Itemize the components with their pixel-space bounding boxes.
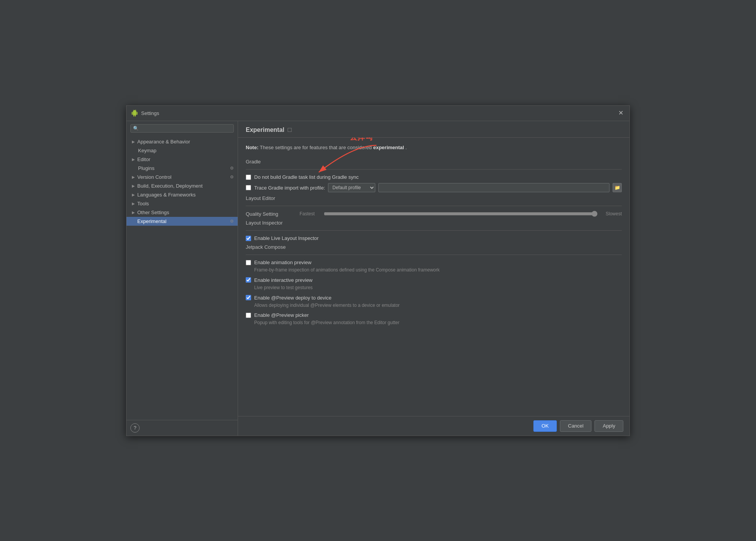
sidebar-item-label: Languages & Frameworks bbox=[137, 192, 196, 198]
search-icon: 🔍 bbox=[133, 126, 139, 131]
animation-preview-row: Enable animation preview bbox=[246, 260, 622, 265]
content-area: 🔍 ▶ Appearance & Behavior Keymap ▶ Edito… bbox=[127, 121, 629, 436]
note-bold-word: experimental bbox=[373, 145, 404, 150]
settings-icon: ⚙ bbox=[230, 166, 234, 171]
sidebar: 🔍 ▶ Appearance & Behavior Keymap ▶ Edito… bbox=[127, 121, 238, 436]
deploy-to-device-row: Enable @Preview deploy to device bbox=[246, 295, 622, 301]
jetpack-compose-section-label: Jetpack Compose bbox=[246, 244, 622, 250]
chevron-right-icon: ▶ bbox=[132, 184, 135, 188]
sidebar-item-label: Version Control bbox=[137, 174, 172, 180]
search-input[interactable] bbox=[140, 126, 231, 131]
sidebar-item-version-control[interactable]: ▶ Version Control ⚙ bbox=[127, 173, 238, 181]
page-title: Experimental bbox=[246, 127, 284, 133]
gradle-trace-checkbox[interactable] bbox=[246, 185, 251, 190]
sidebar-item-build[interactable]: ▶ Build, Execution, Deployment bbox=[127, 181, 238, 190]
animation-preview-label[interactable]: Enable animation preview bbox=[254, 260, 311, 265]
sidebar-item-label: Plugins bbox=[138, 165, 155, 171]
layout-inspector-divider bbox=[246, 230, 622, 231]
preview-picker-label[interactable]: Enable @Preview picker bbox=[254, 312, 309, 318]
chevron-right-icon: ▶ bbox=[132, 201, 135, 206]
interactive-preview-label[interactable]: Enable interactive preview bbox=[254, 277, 313, 283]
folder-browse-button[interactable]: 📁 bbox=[613, 183, 622, 192]
quality-setting-row: Quality Setting Fastest Slowest bbox=[246, 211, 622, 217]
quality-max-label: Slowest bbox=[601, 211, 622, 216]
main-header: Experimental ☐ bbox=[238, 121, 629, 138]
annotation-text: 去掉勾 bbox=[350, 138, 373, 143]
settings-dialog: Settings ✕ 🔍 ▶ Appearance & Behavior Key… bbox=[126, 105, 630, 436]
sidebar-item-keymap[interactable]: Keymap bbox=[127, 146, 238, 155]
trace-path-input[interactable] bbox=[378, 183, 609, 192]
trace-profile-dropdown[interactable]: Default profile bbox=[328, 183, 375, 192]
sidebar-item-plugins[interactable]: Plugins ⚙ bbox=[127, 164, 238, 173]
quality-label: Quality Setting bbox=[246, 211, 300, 217]
layout-editor-section-label: Layout Editor bbox=[246, 195, 622, 201]
quality-min-label: Fastest bbox=[300, 211, 321, 216]
main-body: Note: These settings are for features th… bbox=[238, 138, 629, 416]
help-button[interactable]: ? bbox=[130, 423, 140, 433]
live-layout-inspector-checkbox[interactable] bbox=[246, 236, 251, 241]
interactive-preview-row: Enable interactive preview bbox=[246, 277, 622, 283]
preview-picker-checkbox[interactable] bbox=[246, 313, 251, 318]
sidebar-item-experimental[interactable]: Experimental ⚙ bbox=[127, 217, 238, 226]
chevron-right-icon: ▶ bbox=[132, 210, 135, 215]
gradle-no-build-checkbox[interactable] bbox=[246, 175, 251, 180]
note-prefix: Note: bbox=[246, 145, 258, 150]
interactive-preview-checkbox[interactable] bbox=[246, 277, 251, 283]
gradle-checkbox1-row: Do not build Gradle task list during Gra… bbox=[246, 174, 622, 180]
sidebar-item-label: Editor bbox=[137, 156, 150, 162]
sidebar-item-label: Experimental bbox=[137, 218, 167, 224]
main-panel: Experimental ☐ Note: These settings are … bbox=[238, 121, 629, 436]
sidebar-item-label: Keymap bbox=[138, 148, 157, 153]
note-end: . bbox=[405, 145, 407, 150]
note-text-body: These settings are for features that are… bbox=[260, 145, 373, 150]
deploy-to-device-desc: Allows deploying individual @Preview ele… bbox=[254, 302, 622, 309]
info-icon: ☐ bbox=[287, 127, 292, 133]
preview-picker-desc: Popup with editing tools for @Preview an… bbox=[254, 320, 622, 326]
live-layout-inspector-row: Enable Live Layout Inspector bbox=[246, 235, 622, 241]
sidebar-item-languages[interactable]: ▶ Languages & Frameworks bbox=[127, 190, 238, 199]
chevron-right-icon: ▶ bbox=[132, 140, 135, 144]
android-icon bbox=[131, 110, 138, 117]
apply-button[interactable]: Apply bbox=[594, 420, 623, 432]
sidebar-item-label: Tools bbox=[137, 201, 149, 206]
search-box: 🔍 bbox=[130, 124, 234, 133]
sidebar-item-label: Appearance & Behavior bbox=[137, 139, 190, 145]
close-button[interactable]: ✕ bbox=[617, 109, 625, 117]
chevron-right-icon: ▶ bbox=[132, 175, 135, 179]
sidebar-item-other-settings[interactable]: ▶ Other Settings bbox=[127, 208, 238, 217]
sidebar-item-editor[interactable]: ▶ Editor bbox=[127, 155, 238, 164]
sidebar-item-appearance[interactable]: ▶ Appearance & Behavior bbox=[127, 137, 238, 146]
gradle-trace-row: Trace Gradle import with profile: Defaul… bbox=[246, 183, 622, 192]
live-layout-inspector-label[interactable]: Enable Live Layout Inspector bbox=[254, 235, 319, 241]
settings-icon: ⚙ bbox=[230, 219, 234, 224]
dialog-title: Settings bbox=[141, 110, 617, 116]
gradle-no-build-label[interactable]: Do not build Gradle task list during Gra… bbox=[254, 174, 359, 180]
sidebar-bottom: ? bbox=[127, 420, 238, 436]
animation-preview-checkbox[interactable] bbox=[246, 260, 251, 265]
gradle-divider bbox=[246, 169, 622, 170]
chevron-right-icon: ▶ bbox=[132, 193, 135, 197]
footer: OK Cancel Apply bbox=[238, 416, 629, 436]
gradle-section-label: Gradle bbox=[246, 159, 622, 165]
jetpack-compose-divider bbox=[246, 255, 622, 255]
deploy-to-device-checkbox[interactable] bbox=[246, 295, 251, 300]
sidebar-item-label: Other Settings bbox=[137, 210, 169, 215]
note-paragraph: Note: These settings are for features th… bbox=[246, 144, 622, 151]
quality-slider-wrapper: Fastest Slowest bbox=[300, 211, 622, 217]
interactive-preview-desc: Live preview to test gestures bbox=[254, 285, 622, 291]
quality-slider[interactable] bbox=[324, 211, 598, 217]
layout-editor-divider bbox=[246, 206, 622, 206]
sidebar-item-tools[interactable]: ▶ Tools bbox=[127, 199, 238, 208]
sidebar-list: ▶ Appearance & Behavior Keymap ▶ Editor … bbox=[127, 136, 238, 420]
title-bar: Settings ✕ bbox=[127, 106, 629, 121]
gradle-trace-label[interactable]: Trace Gradle import with profile: bbox=[254, 185, 325, 191]
cancel-button[interactable]: Cancel bbox=[560, 420, 591, 432]
layout-inspector-section-label: Layout Inspector bbox=[246, 220, 622, 226]
animation-preview-desc: Frame-by-frame inspection of animations … bbox=[254, 267, 622, 273]
preview-picker-row: Enable @Preview picker bbox=[246, 312, 622, 318]
deploy-to-device-label[interactable]: Enable @Preview deploy to device bbox=[254, 295, 331, 301]
sidebar-item-label: Build, Execution, Deployment bbox=[137, 183, 203, 189]
gradle-checkbox1-container: Do not build Gradle task list during Gra… bbox=[246, 174, 622, 180]
settings-icon: ⚙ bbox=[230, 175, 234, 180]
ok-button[interactable]: OK bbox=[533, 420, 557, 432]
